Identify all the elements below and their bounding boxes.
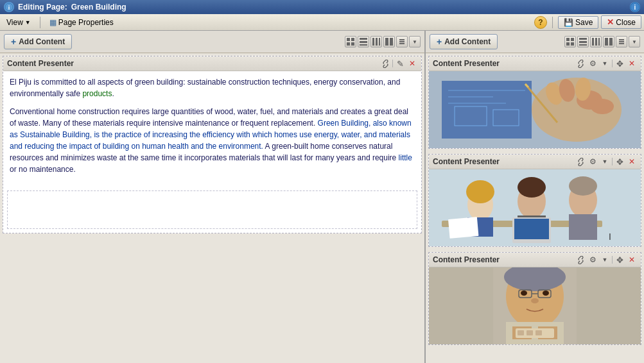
- left-edit-icon[interactable]: ✎: [395, 58, 405, 69]
- svg-rect-21: [566, 42, 570, 46]
- view-menu[interactable]: View ▼: [3, 17, 35, 28]
- svg-rect-13: [379, 38, 380, 46]
- svg-point-43: [591, 99, 614, 114]
- svg-rect-6: [347, 42, 350, 46]
- right-block-3-gear-dropdown[interactable]: ▼: [600, 255, 610, 265]
- save-icon: 💾: [564, 18, 573, 27]
- svg-rect-77: [518, 330, 524, 335]
- right-block-1-link-icon[interactable]: [575, 58, 586, 69]
- left-toolbar-col2[interactable]: [383, 36, 395, 47]
- svg-rect-26: [592, 38, 594, 46]
- right-panel: + Add Content ▼: [426, 31, 644, 363]
- left-content-toolbar: ▼: [345, 36, 421, 47]
- svg-rect-31: [619, 39, 624, 40]
- left-add-content-bar: + Add Content ▼: [0, 31, 424, 53]
- left-content-block-header: Content Presenter ✎ ✕: [3, 56, 421, 71]
- help-button[interactable]: ?: [534, 16, 547, 29]
- svg-rect-23: [579, 38, 587, 40]
- title-bar-left: i Editing Page: Green Building: [4, 2, 126, 12]
- left-delete-icon[interactable]: ✕: [407, 58, 417, 69]
- toolbar-right: 💾 Save ✕ Close: [558, 15, 641, 29]
- right-add-content-plus-icon: +: [437, 37, 442, 47]
- svg-rect-78: [527, 330, 533, 335]
- left-toolbar-grid1[interactable]: [345, 36, 356, 47]
- close-label: Close: [616, 18, 636, 27]
- page-properties-icon: ▦: [49, 18, 57, 27]
- svg-rect-27: [595, 38, 597, 46]
- svg-text:i: i: [634, 4, 636, 11]
- right-block-3-delete-icon[interactable]: ✕: [627, 255, 637, 265]
- right-block-3-separator: [612, 256, 613, 264]
- right-block-1-move-icon[interactable]: ✥: [614, 58, 625, 69]
- svg-rect-16: [399, 39, 405, 40]
- left-content-text: El Piju is committed to all aspects of g…: [3, 71, 421, 187]
- right-block-1-delete-icon[interactable]: ✕: [627, 58, 637, 69]
- svg-text:I: I: [609, 232, 611, 242]
- right-block-3-link-icon[interactable]: [575, 255, 586, 265]
- left-add-content-button[interactable]: + Add Content: [4, 34, 72, 49]
- svg-rect-59: [569, 214, 597, 240]
- right-block-2-image: I: [429, 169, 641, 246]
- right-block-2-delete-icon[interactable]: ✕: [627, 156, 637, 167]
- left-toolbar-dropdown[interactable]: ▼: [409, 36, 421, 47]
- right-toolbar-dropdown[interactable]: ▼: [629, 36, 640, 47]
- title-bar-right: i: [630, 2, 640, 12]
- products-highlight: products: [82, 89, 112, 98]
- svg-rect-29: [605, 38, 608, 46]
- left-content-block-title: Content Presenter: [7, 59, 74, 68]
- svg-rect-28: [598, 38, 600, 46]
- left-toolbar-settings[interactable]: [396, 36, 408, 47]
- right-block-2-gear-dropdown[interactable]: ▼: [600, 156, 610, 167]
- left-link-icon[interactable]: [380, 58, 390, 69]
- svg-rect-79: [535, 330, 542, 335]
- svg-text:i: i: [8, 4, 10, 11]
- left-panel: + Add Content ▼: [0, 31, 426, 363]
- svg-rect-7: [351, 42, 354, 46]
- svg-rect-20: [571, 38, 574, 41]
- right-toolbar-settings[interactable]: [616, 36, 627, 47]
- right-add-content-button[interactable]: + Add Content: [430, 34, 498, 49]
- right-block-1-gear-dropdown[interactable]: ▼: [600, 58, 610, 69]
- left-toolbar-col1[interactable]: [370, 36, 382, 47]
- right-block-3-header: Content Presenter ⚙ ▼ ✥ ✕: [429, 253, 641, 267]
- right-block-3-title: Content Presenter: [433, 255, 500, 264]
- right-block-2-move-icon[interactable]: ✥: [614, 156, 625, 167]
- menu-separator-2: [552, 17, 553, 28]
- editing-page-label: Editing Page:: [18, 3, 67, 12]
- svg-point-55: [518, 177, 546, 198]
- right-toolbar-grid2[interactable]: [577, 36, 589, 47]
- right-block-1-gear-icon[interactable]: ⚙: [587, 58, 598, 69]
- worker-image: [429, 267, 641, 344]
- right-block-2-link-icon[interactable]: [575, 156, 586, 167]
- right-content-toolbar: ▼: [564, 36, 640, 47]
- svg-rect-5: [351, 38, 354, 41]
- svg-rect-9: [360, 41, 367, 43]
- svg-rect-14: [385, 38, 388, 46]
- save-button[interactable]: 💾 Save: [558, 16, 598, 29]
- svg-rect-32: [619, 41, 624, 42]
- left-content-block-actions: ✎ ✕: [380, 58, 417, 69]
- svg-rect-22: [571, 42, 574, 46]
- right-toolbar-col1[interactable]: [590, 36, 602, 47]
- right-block-2-gear-icon[interactable]: ⚙: [587, 156, 598, 167]
- right-add-content-bar: + Add Content ▼: [426, 31, 644, 53]
- right-toolbar-col2[interactable]: [603, 36, 614, 47]
- right-add-content-label: Add Content: [444, 37, 491, 46]
- svg-rect-8: [360, 38, 367, 40]
- info-icon: i: [630, 2, 640, 12]
- team-image: I: [429, 169, 641, 246]
- left-toolbar-grid2[interactable]: [358, 36, 369, 47]
- svg-point-67: [521, 291, 527, 296]
- left-add-content-label: Add Content: [19, 37, 65, 46]
- svg-point-52: [466, 180, 494, 203]
- right-block-3-image: [429, 267, 641, 344]
- svg-rect-80: [429, 267, 493, 344]
- right-block-3-gear-icon[interactable]: ⚙: [587, 255, 598, 265]
- right-block-3-move-icon[interactable]: ✥: [614, 255, 625, 265]
- svg-rect-11: [372, 38, 374, 46]
- green-building-highlight: Green Building, also known as Sustainabl…: [10, 119, 412, 151]
- help-label: ?: [538, 18, 543, 27]
- page-properties-menu[interactable]: ▦ Page Properties: [46, 17, 117, 28]
- right-toolbar-grid1[interactable]: [564, 36, 576, 47]
- close-button[interactable]: ✕ Close: [601, 15, 641, 29]
